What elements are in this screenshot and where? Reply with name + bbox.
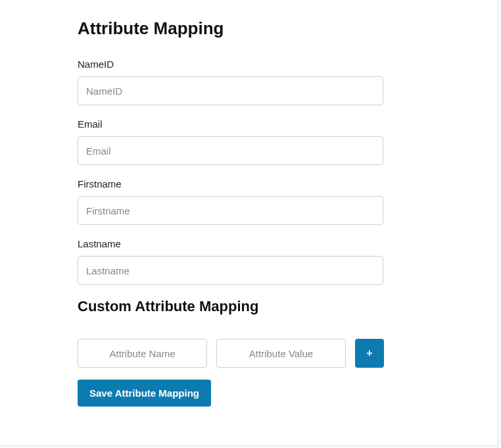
field-group-lastname: Lastname xyxy=(78,238,498,285)
input-lastname[interactable] xyxy=(78,256,383,285)
input-firstname[interactable] xyxy=(78,196,383,225)
field-group-firstname: Firstname xyxy=(78,178,498,225)
input-email[interactable] xyxy=(78,136,383,165)
label-nameid: NameID xyxy=(78,59,498,70)
attribute-mapping-panel: Attribute Mapping NameID Email Firstname… xyxy=(0,0,498,446)
field-group-nameid: NameID xyxy=(78,59,498,105)
plus-icon: + xyxy=(366,348,372,359)
custom-attribute-row: + xyxy=(78,339,498,368)
save-button[interactable]: Save Attribute Mapping xyxy=(78,380,211,407)
label-firstname: Firstname xyxy=(78,178,498,189)
input-custom-attribute-value[interactable] xyxy=(216,339,346,368)
label-lastname: Lastname xyxy=(78,238,498,249)
page-title: Attribute Mapping xyxy=(78,18,498,39)
add-custom-attribute-button[interactable]: + xyxy=(355,339,384,368)
input-nameid[interactable] xyxy=(78,76,383,105)
label-email: Email xyxy=(78,118,498,130)
custom-mapping-title: Custom Attribute Mapping xyxy=(78,298,498,315)
input-custom-attribute-name[interactable] xyxy=(78,339,207,368)
field-group-email: Email xyxy=(78,118,498,165)
